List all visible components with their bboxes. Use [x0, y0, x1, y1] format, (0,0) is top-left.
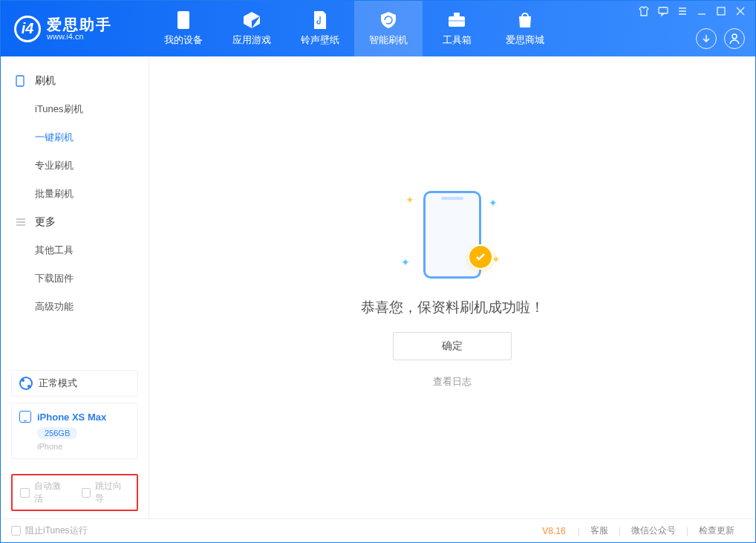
- phone-outline-icon: [16, 75, 27, 87]
- device-mode-card[interactable]: 正常模式: [11, 370, 138, 397]
- sparkle-icon: ✦: [405, 194, 414, 206]
- app-url: www.i4.cn: [47, 32, 112, 41]
- group-title: 刷机: [35, 74, 56, 88]
- phone-icon: [19, 411, 31, 423]
- svg-rect-4: [659, 7, 668, 13]
- group-title: 更多: [35, 215, 56, 229]
- checkbox-skip-wizard[interactable]: 跳过向导: [82, 480, 130, 505]
- checkbox-auto-activate[interactable]: 自动激活: [20, 480, 68, 505]
- nav-label: 我的设备: [164, 34, 203, 47]
- sidebar-item-pro-flash[interactable]: 专业刷机: [1, 152, 149, 180]
- sidebar-item-oneclick-flash[interactable]: 一键刷机: [1, 123, 149, 152]
- main-nav: 我的设备 应用游戏 铃声壁纸 智能刷机 工具箱 爱思商城: [149, 1, 559, 56]
- checkbox-label: 跳过向导: [95, 480, 129, 505]
- sparkle-icon: ✦: [401, 256, 410, 268]
- svg-rect-5: [717, 7, 725, 15]
- svg-point-6: [732, 34, 737, 39]
- svg-rect-2: [454, 13, 460, 16]
- svg-rect-3: [449, 20, 465, 22]
- refresh-shield-icon: [379, 10, 398, 30]
- device-panel: 正常模式 iPhone XS Max 256GB iPhone: [1, 362, 149, 469]
- nav-toolbox[interactable]: 工具箱: [423, 1, 491, 56]
- sidebar-group-more: 更多: [1, 208, 149, 236]
- success-message: 恭喜您，保资料刷机成功啦！: [361, 298, 544, 317]
- checkbox-stop-itunes[interactable]: 阻止iTunes运行: [11, 524, 88, 537]
- main-content: ✦ ✦ ✦ ✦ 恭喜您，保资料刷机成功啦！ 确定 查看日志: [149, 56, 755, 518]
- list-icon: [16, 218, 27, 227]
- highlighted-options: 自动激活 跳过向导: [11, 474, 138, 511]
- checkbox-icon: [20, 488, 30, 498]
- nav-label: 应用游戏: [232, 34, 271, 47]
- nav-label: 铃声壁纸: [301, 34, 339, 47]
- download-button[interactable]: [696, 28, 717, 49]
- header-actions: [696, 28, 745, 49]
- maximize-icon[interactable]: [715, 5, 727, 17]
- checkbox-label: 阻止iTunes运行: [25, 524, 88, 537]
- nav-label: 工具箱: [443, 34, 472, 47]
- nav-store[interactable]: 爱思商城: [491, 1, 559, 56]
- success-illustration: ✦ ✦ ✦ ✦: [382, 186, 523, 283]
- ok-button[interactable]: 确定: [393, 332, 512, 360]
- footer-link-wechat[interactable]: 微信公众号: [621, 524, 686, 537]
- feedback-icon[interactable]: [657, 5, 669, 17]
- footer-link-update[interactable]: 检查更新: [688, 524, 745, 537]
- sidebar-item-itunes-flash[interactable]: iTunes刷机: [1, 95, 149, 123]
- sidebar: 刷机 iTunes刷机 一键刷机 专业刷机 批量刷机 更多 其他工具 下载固件 …: [1, 56, 149, 518]
- footer-right: V8.16 | 客服 | 微信公众号 | 检查更新: [542, 524, 745, 537]
- device-name: iPhone XS Max: [37, 412, 106, 423]
- sidebar-item-advanced[interactable]: 高级功能: [1, 293, 149, 321]
- cube-icon: [242, 10, 261, 30]
- sidebar-item-batch-flash[interactable]: 批量刷机: [1, 180, 149, 208]
- sparkle-icon: ✦: [489, 197, 498, 209]
- nav-label: 爱思商城: [506, 34, 544, 47]
- nav-smart-flash[interactable]: 智能刷机: [354, 1, 423, 56]
- mode-label: 正常模式: [39, 377, 77, 390]
- app-logo: i4 爱思助手 www.i4.cn: [1, 16, 149, 42]
- mode-icon: [19, 377, 33, 390]
- minimize-icon[interactable]: [696, 5, 708, 17]
- user-button[interactable]: [724, 28, 745, 49]
- window-controls: [638, 5, 746, 17]
- checkbox-icon: [82, 488, 91, 498]
- menu-icon[interactable]: [677, 5, 688, 17]
- checkbox-icon: [11, 526, 21, 536]
- footer-link-support[interactable]: 客服: [580, 524, 619, 537]
- app-body: 刷机 iTunes刷机 一键刷机 专业刷机 批量刷机 更多 其他工具 下载固件 …: [1, 56, 755, 518]
- svg-rect-0: [177, 11, 189, 29]
- device-card[interactable]: iPhone XS Max 256GB iPhone: [11, 403, 138, 459]
- sidebar-list: 刷机 iTunes刷机 一键刷机 专业刷机 批量刷机 更多 其他工具 下载固件 …: [1, 56, 149, 362]
- title-bar: i4 爱思助手 www.i4.cn 我的设备 应用游戏 铃声壁纸 智能刷机 工具…: [1, 1, 755, 56]
- view-log-link[interactable]: 查看日志: [433, 375, 472, 388]
- device-icon: [174, 10, 193, 30]
- svg-rect-7: [16, 76, 24, 86]
- nav-my-device[interactable]: 我的设备: [149, 1, 218, 56]
- logo-icon: i4: [14, 16, 41, 42]
- sidebar-group-flash: 刷机: [1, 67, 149, 95]
- nav-label: 智能刷机: [369, 34, 408, 47]
- close-icon[interactable]: [734, 5, 746, 17]
- sidebar-item-download-firmware[interactable]: 下载固件: [1, 264, 149, 293]
- nav-ringtones-wallpapers[interactable]: 铃声壁纸: [286, 1, 354, 56]
- music-file-icon: [310, 10, 330, 30]
- app-name: 爱思助手: [47, 17, 112, 32]
- checkmark-badge-icon: [468, 244, 493, 270]
- nav-apps-games[interactable]: 应用游戏: [218, 1, 286, 56]
- toolbox-icon: [447, 10, 466, 30]
- sidebar-item-other-tools[interactable]: 其他工具: [1, 236, 149, 264]
- capacity-badge: 256GB: [37, 427, 77, 439]
- status-bar: 阻止iTunes运行 V8.16 | 客服 | 微信公众号 | 检查更新: [1, 518, 755, 542]
- device-model: iPhone: [37, 442, 130, 451]
- version-label: V8.16: [542, 526, 565, 536]
- tshirt-icon[interactable]: [638, 5, 650, 17]
- checkbox-label: 自动激活: [34, 480, 68, 505]
- bag-icon: [515, 10, 535, 30]
